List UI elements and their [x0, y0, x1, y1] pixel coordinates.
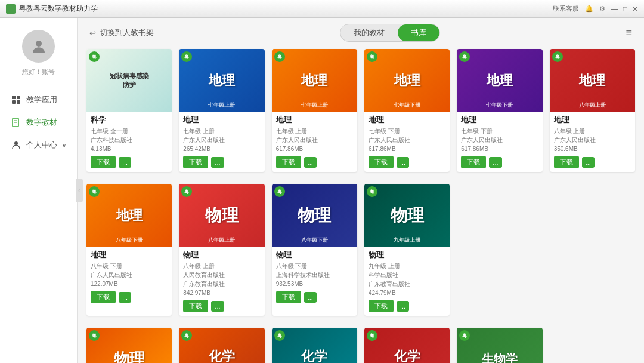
- book-card: 粤 化学 HUAXUE 化学 九年级 上册 科学出版社广东教育出版社 2996.…: [179, 328, 264, 363]
- sidebar-item-digital-label: 数字教材: [26, 117, 57, 128]
- book-info: 地理 八年级 上册 广东人民出版社 350.6MB 下载 ...: [550, 112, 635, 172]
- more-button[interactable]: ...: [397, 157, 409, 168]
- cover-badge: 粤: [367, 330, 377, 341]
- book-meta: 八年级 上册 广东人民出版社 350.6MB: [554, 127, 631, 153]
- svg-point-0: [36, 41, 42, 47]
- back-button[interactable]: ↩ 切换到人教书架: [89, 27, 154, 38]
- book-title: 地理: [554, 115, 631, 125]
- cover-badge: 粤: [181, 186, 192, 197]
- book-title: 地理: [91, 250, 168, 260]
- book-card: 粤 化学 HUAXUE 化学 九年级 下册 科学出版社广东教育出版社 3280.…: [364, 328, 450, 363]
- tab-library[interactable]: 书库: [398, 24, 439, 41]
- grid-icon: [11, 94, 21, 105]
- window-controls: — □ ✕: [611, 5, 638, 13]
- cover-badge: 粤: [274, 51, 285, 62]
- download-button[interactable]: 下载: [369, 300, 394, 312]
- sidebar-item-teaching-label: 教学应用: [26, 94, 57, 105]
- more-button[interactable]: ...: [119, 292, 131, 303]
- username: 您好！账号: [22, 67, 55, 76]
- more-button[interactable]: ...: [304, 157, 317, 168]
- svg-rect-3: [12, 100, 16, 104]
- book-meta: 八年级 上册 人民教育出版社广东教育出版社 842.97MB: [183, 262, 260, 297]
- cover-badge: 粤: [89, 330, 100, 341]
- minimize-button[interactable]: —: [611, 5, 618, 13]
- download-button[interactable]: 下载: [554, 156, 579, 168]
- book-title: 地理: [183, 115, 260, 125]
- title-bar-right: 联系客服 🔔 ⚙ — □ ✕: [553, 4, 638, 13]
- books-grid-row2: 粤 地理 八年级下册 地理 八年级 下册 广东人民出版社 122.07MB 下载…: [86, 184, 635, 322]
- book-actions: 下载 ...: [276, 291, 353, 303]
- download-button[interactable]: 下载: [461, 156, 486, 168]
- book-info: 物理 九年级 上册 科学出版社广东教育出版社 424.79MB 下载 ...: [364, 247, 450, 316]
- download-button[interactable]: 下载: [276, 291, 301, 303]
- book-title: 物理: [369, 250, 445, 260]
- book-card: 粤 化学 HUAXUE 化学 九年级 上册 科学出版社广东教育出版社 2996.…: [272, 328, 357, 363]
- book-actions: 下载 ...: [461, 156, 538, 168]
- sidebar-item-profile[interactable]: 个人中心 ∨: [0, 134, 77, 156]
- user-icon: [11, 140, 21, 150]
- download-button[interactable]: 下载: [91, 291, 116, 303]
- book-info: 地理 七年级 上册 广东人民出版社 265.42MB 下载 ...: [179, 112, 264, 172]
- svg-rect-4: [17, 100, 20, 104]
- more-button[interactable]: ...: [211, 157, 224, 168]
- download-button[interactable]: 下载: [276, 156, 301, 168]
- book-card: 粤 物理 九年级上册 物理 九年级 上册 科学出版社广东教育出版社 424.79…: [364, 184, 450, 316]
- book-card: 粤 地理 八年级上册 地理 八年级 上册 广东人民出版社 350.6MB 下载 …: [550, 49, 635, 172]
- book-info: 地理 七年级 上册 广东人民出版社 617.86MB 下载 ...: [272, 112, 357, 172]
- book-actions: 下载 ...: [369, 300, 445, 312]
- settings-icon[interactable]: ⚙: [599, 5, 605, 13]
- contact-service[interactable]: 联系客服: [553, 4, 579, 13]
- book-actions: 下载 ...: [554, 156, 631, 168]
- title-bar: 粤教粤云数字教材助力学 联系客服 🔔 ⚙ — □ ✕: [0, 0, 644, 18]
- book-actions: 下载 ...: [91, 291, 168, 303]
- book-info: 科学 七年级 全一册 广东科技出版社 4.13MB 下载 ...: [86, 112, 172, 172]
- more-button[interactable]: ...: [582, 157, 595, 168]
- more-button[interactable]: ...: [211, 301, 224, 312]
- book-meta: 七年级 下册 广东人民出版社 617.86MB: [461, 127, 538, 153]
- book-card: 粤 物理 八年级上册 物理 八年级 上册 人民教育出版社广东教育出版社 842.…: [179, 184, 264, 316]
- cover-badge: 粤: [274, 330, 285, 341]
- download-button[interactable]: 下载: [91, 156, 116, 168]
- download-button[interactable]: 下载: [183, 300, 208, 312]
- cover-badge: 粤: [181, 51, 192, 62]
- book-info: 地理 七年级 下册 广东人民出版社 617.86MB 下载 ...: [364, 112, 450, 172]
- more-button[interactable]: ...: [119, 157, 131, 168]
- book-card: 粤 生物学 生物 七年级 上册 北京师范大学出版社 1396.15MB 下载 .…: [457, 328, 542, 363]
- sidebar-menu: 教学应用 数字教材: [0, 88, 77, 156]
- list-view-icon[interactable]: ≡: [626, 27, 632, 39]
- book-actions: 下载 ...: [183, 156, 260, 168]
- maximize-button[interactable]: □: [623, 5, 627, 13]
- book-meta: 八年级 下册 上海科学技术出版社 932.53MB: [276, 262, 353, 288]
- more-button[interactable]: ...: [397, 301, 409, 312]
- book-card: 冠状病毒感染防护 粤 科学 七年级 全一册 广东科技出版社 4.13MB 下载 …: [86, 49, 172, 172]
- title-bar-left: 粤教粤云数字教材助力学: [6, 4, 98, 14]
- close-button[interactable]: ✕: [632, 5, 638, 13]
- book-actions: 下载 ...: [91, 156, 168, 168]
- svg-point-8: [14, 141, 18, 145]
- avatar: [22, 30, 55, 63]
- download-button[interactable]: 下载: [183, 156, 208, 168]
- book-meta: 七年级 上册 广东人民出版社 617.86MB: [276, 127, 353, 153]
- book-title: 地理: [276, 115, 353, 125]
- book-actions: 下载 ...: [183, 300, 260, 312]
- sidebar-item-profile-label: 个人中心: [26, 140, 57, 150]
- book-card: 粤 物理 九年级下册 物理 九年级 下册 上海科学技术出版社广东教育出版社 96…: [86, 328, 172, 363]
- svg-rect-2: [17, 96, 20, 99]
- sidebar-item-teaching[interactable]: 教学应用: [0, 88, 77, 111]
- cover-badge: 粤: [274, 186, 285, 197]
- book-card: 粤 地理 七年级上册 地理 七年级 上册 广东人民出版社 265.42MB 下载…: [179, 49, 264, 172]
- tab-my-textbooks[interactable]: 我的教材: [340, 24, 398, 41]
- books-grid-row3: 粤 物理 九年级下册 物理 九年级 下册 上海科学技术出版社广东教育出版社 96…: [86, 328, 635, 363]
- sidebar-item-digital[interactable]: 数字教材: [0, 111, 77, 134]
- book-meta: 七年级 下册 广东人民出版社 617.86MB: [369, 127, 445, 153]
- notification-icon[interactable]: 🔔: [585, 5, 593, 13]
- book-title: 地理: [461, 115, 538, 125]
- download-button[interactable]: 下载: [369, 156, 394, 168]
- book-card: 粤 地理 八年级下册 地理 八年级 下册 广东人民出版社 122.07MB 下载…: [86, 184, 172, 316]
- collapse-handle[interactable]: ‹: [76, 179, 83, 202]
- book-meta: 七年级 上册 广东人民出版社 265.42MB: [183, 127, 260, 153]
- back-icon: ↩: [89, 29, 96, 38]
- more-button[interactable]: ...: [489, 157, 501, 168]
- app-icon: [6, 4, 16, 14]
- more-button[interactable]: ...: [304, 292, 317, 303]
